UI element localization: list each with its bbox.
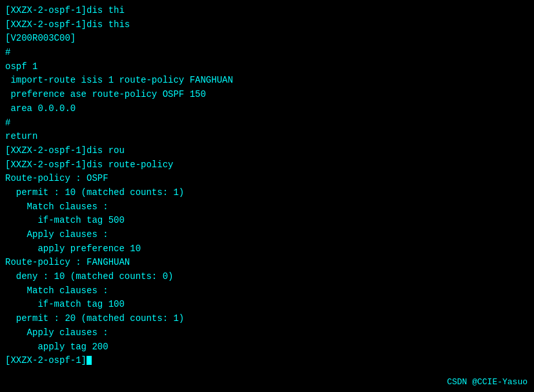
terminal-line: [XXZX-2-ospf-1] [5, 354, 529, 368]
terminal-line: import-route isis 1 route-policy FANGHUA… [5, 74, 529, 88]
terminal-window: [XXZX-2-ospf-1]dis thi[XXZX-2-ospf-1]dis… [0, 0, 534, 392]
terminal-line: Route-policy : FANGHUAN [5, 256, 529, 270]
terminal-line: [V200R003C00] [5, 32, 529, 46]
terminal-line: if-match tag 500 [5, 214, 529, 228]
terminal-line: permit : 20 (matched counts: 1) [5, 312, 529, 326]
terminal-line: ospf 1 [5, 60, 529, 74]
terminal-output: [XXZX-2-ospf-1]dis thi[XXZX-2-ospf-1]dis… [5, 4, 529, 368]
terminal-line: if-match tag 100 [5, 298, 529, 312]
terminal-line: area 0.0.0.0 [5, 102, 529, 116]
terminal-line: # [5, 46, 529, 60]
terminal-line: # [5, 116, 529, 130]
terminal-line: [XXZX-2-ospf-1]dis this [5, 18, 529, 32]
terminal-line: preference ase route-policy OSPF 150 [5, 88, 529, 102]
terminal-line: Apply clauses : [5, 326, 529, 340]
terminal-line: deny : 10 (matched counts: 0) [5, 270, 529, 284]
terminal-line: permit : 10 (matched counts: 1) [5, 186, 529, 200]
terminal-line: apply tag 200 [5, 340, 529, 355]
terminal-line: [XXZX-2-ospf-1]dis route-policy [5, 158, 529, 172]
terminal-line: Route-policy : OSPF [5, 172, 529, 186]
terminal-line: [XXZX-2-ospf-1]dis rou [5, 144, 529, 158]
terminal-line: Match clauses : [5, 200, 529, 214]
watermark: CSDN @CCIE-Yasuo [447, 377, 528, 387]
terminal-line: return [5, 130, 529, 144]
terminal-line: apply preference 10 [5, 242, 529, 256]
terminal-line: Apply clauses : [5, 228, 529, 242]
terminal-line: [XXZX-2-ospf-1]dis thi [5, 4, 529, 18]
terminal-line: Match clauses : [5, 284, 529, 298]
cursor [87, 356, 92, 365]
